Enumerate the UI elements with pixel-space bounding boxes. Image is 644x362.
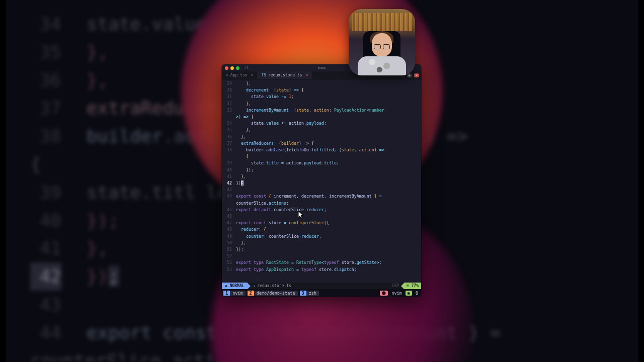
glasses-icon <box>373 44 391 49</box>
code-content[interactable]: export const { increment, decrement, inc… <box>236 193 421 200</box>
line-number: 49 <box>222 233 236 240</box>
code-line[interactable]: { <box>222 153 421 160</box>
code-content[interactable]: { <box>236 153 421 160</box>
code-line[interactable]: 32 }, <box>222 101 421 107</box>
tmux-window-name: nvim <box>230 291 245 296</box>
code-content[interactable]: }, <box>236 240 421 246</box>
line-number: 29 <box>222 80 236 87</box>
tmux-window[interactable]: 3zsh <box>300 290 319 296</box>
tmux-session: 0 <box>414 291 420 296</box>
code-content[interactable]: }); <box>236 246 421 253</box>
tmux-status-right: ⬢ nvim ▣ 0 <box>380 291 420 296</box>
code-content[interactable]: export const store = configureStore({ <box>236 220 421 226</box>
code-content[interactable]: }); <box>236 167 421 173</box>
line-number: 30 <box>222 87 236 94</box>
code-line[interactable]: 40 }); <box>222 167 421 173</box>
code-content[interactable]: state.title = action.payload.title; <box>236 160 421 166</box>
code-line[interactable]: 52 <box>222 253 421 259</box>
code-content[interactable]: decrement: (state) => { <box>236 87 421 94</box>
code-content[interactable]: export type RootState = ReturnType<typeo… <box>236 259 421 266</box>
traffic-light-close-icon[interactable] <box>225 66 228 70</box>
code-line[interactable]: 53export type RootState = ReturnType<typ… <box>222 259 421 266</box>
code-line[interactable]: 33 incrementByAmount: (state, action: Pa… <box>222 107 421 114</box>
code-line[interactable]: 46 <box>222 213 421 220</box>
code-content[interactable]: state.value += action.payload; <box>236 120 421 127</box>
status-filename-text: redux.store.ts <box>257 284 291 288</box>
react-icon: ⚛ <box>226 73 228 77</box>
tmux-window[interactable]: 1nvim <box>223 290 246 296</box>
code-line[interactable]: 38 builder.addCase(fetchToDo.fulfilled, … <box>222 147 421 153</box>
code-content[interactable]: export default counterSlice.reducer; <box>236 207 421 213</box>
code-line[interactable]: 41 }, <box>222 173 421 180</box>
code-line[interactable]: counterSlice.actions; <box>222 200 421 207</box>
code-content[interactable]: }, <box>236 127 421 133</box>
line-number: 33 <box>222 107 236 114</box>
traffic-light-minimize-icon[interactable] <box>230 66 234 70</box>
traffic-light-zoom-icon[interactable] <box>236 66 239 70</box>
code-line[interactable]: 47export const store = configureStore({ <box>222 220 421 226</box>
code-content[interactable]: }, <box>236 134 421 140</box>
code-line[interactable]: 29 }, <box>222 80 421 87</box>
line-number: 43 <box>222 187 236 193</box>
tab-redux-store-ts[interactable]: TS redux.store.ts × <box>257 71 312 79</box>
code-content[interactable] <box>236 213 421 220</box>
tab-label: App.tsx <box>230 73 248 77</box>
terminal-window: ⌘1 tmux ⚛ App.tsx × TS redux.store.ts × … <box>222 64 421 297</box>
code-line[interactable]: 51}); <box>222 246 421 253</box>
code-line[interactable]: 42}); <box>222 180 421 187</box>
code-content[interactable]: extraReducers: (builder) => { <box>236 140 421 147</box>
line-number <box>222 114 236 120</box>
code-content[interactable]: >) => { <box>236 114 421 120</box>
line-number: 38 <box>222 147 236 153</box>
code-line[interactable]: 35 }, <box>222 127 421 133</box>
line-number: 41 <box>222 173 236 180</box>
code-content[interactable]: }); <box>236 180 421 187</box>
code-line[interactable]: 31 state.value -= 1; <box>222 94 421 100</box>
code-line[interactable]: >) => { <box>222 114 421 120</box>
code-content[interactable]: }, <box>236 173 421 180</box>
code-content[interactable]: reducer: { <box>236 226 421 233</box>
code-line[interactable]: 44export const { increment, decrement, i… <box>222 193 421 200</box>
close-icon[interactable]: × <box>305 73 308 77</box>
line-number: 31 <box>222 94 236 100</box>
code-line[interactable]: 48 reducer: { <box>222 226 421 233</box>
code-line[interactable]: 36 }, <box>222 134 421 140</box>
file-icon: ▸ <box>254 284 256 288</box>
line-number <box>222 200 236 207</box>
code-line[interactable]: 54export type AppDispatch = typeof store… <box>222 266 421 273</box>
line-number: 36 <box>222 134 236 140</box>
code-line[interactable]: 43 <box>222 187 421 193</box>
close-icon[interactable]: × <box>251 73 254 77</box>
code-line[interactable]: 45export default counterSlice.reducer; <box>222 207 421 213</box>
code-content[interactable] <box>236 187 421 193</box>
code-line[interactable]: 49 counter: counterSlice.reducer, <box>222 233 421 240</box>
code-content[interactable]: counter: counterSlice.reducer, <box>236 233 421 240</box>
code-content[interactable]: incrementByAmount: (state, action: Paylo… <box>236 107 421 114</box>
line-number: 40 <box>222 167 236 173</box>
webcam-shirt <box>358 56 406 75</box>
tab-app-tsx[interactable]: ⚛ App.tsx × <box>222 71 257 79</box>
line-number <box>222 153 236 160</box>
line-number: 39 <box>222 160 236 166</box>
line-number: 32 <box>222 101 236 107</box>
close-all-icon[interactable]: ✕ <box>414 73 419 77</box>
tmux-window-number: 1 <box>223 291 230 296</box>
code-content[interactable]: export type AppDispatch = typeof store.d… <box>236 266 421 273</box>
tmux-window[interactable]: 2demo/demo-state <box>248 290 298 296</box>
code-content[interactable] <box>236 253 421 259</box>
code-line[interactable]: 30 decrement: (state) => { <box>222 87 421 94</box>
host-icon: ⬢ <box>380 291 388 296</box>
code-editor[interactable]: 29 },30 decrement: (state) => {31 state.… <box>222 79 421 283</box>
code-line[interactable]: 34 state.value += action.payload; <box>222 120 421 127</box>
code-content[interactable]: counterSlice.actions; <box>236 200 421 207</box>
lines-icon: ≡ <box>407 284 409 288</box>
code-content[interactable]: }, <box>236 80 421 87</box>
code-content[interactable]: }, <box>236 101 421 107</box>
letterbox-right <box>638 0 644 362</box>
code-content[interactable]: state.value -= 1; <box>236 94 421 100</box>
percent-value: 77% <box>412 284 419 288</box>
code-line[interactable]: 39 state.title = action.payload.title; <box>222 160 421 166</box>
code-line[interactable]: 50 }, <box>222 240 421 246</box>
code-line[interactable]: 37 extraReducers: (builder) => { <box>222 140 421 147</box>
code-content[interactable]: builder.addCase(fetchToDo.fulfilled, (st… <box>236 147 421 153</box>
